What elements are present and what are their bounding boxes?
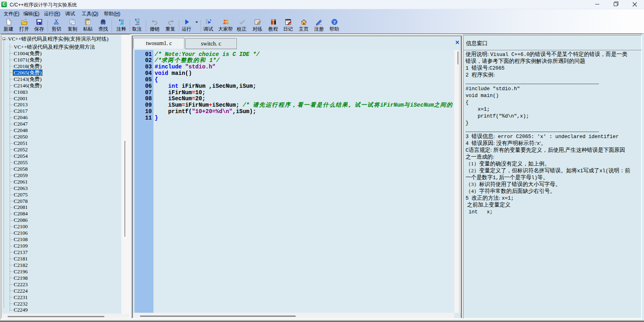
svg-text:?: ? [333, 20, 335, 25]
